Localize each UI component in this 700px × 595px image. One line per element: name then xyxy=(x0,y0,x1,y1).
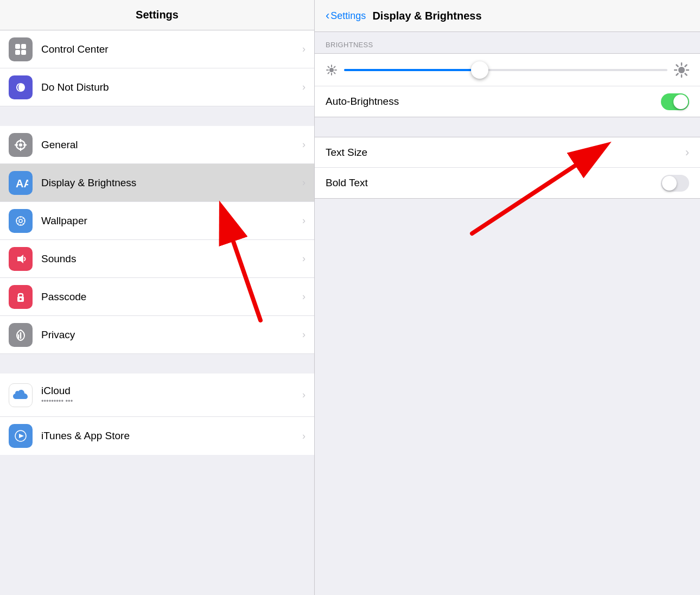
sidebar-item-privacy[interactable]: Privacy › xyxy=(0,316,314,354)
bold-text-toggle[interactable] xyxy=(661,175,689,192)
settings-list: Control Center › Do Not Disturb › xyxy=(0,30,314,595)
back-button[interactable]: ‹ Settings xyxy=(326,9,366,23)
svg-line-17 xyxy=(18,218,19,219)
sidebar-item-itunes[interactable]: iTunes & App Store › xyxy=(0,417,314,455)
sounds-icon xyxy=(9,247,33,271)
right-panel: ‹ Settings Display & Brightness BRIGHTNE… xyxy=(315,0,700,595)
sidebar-item-sounds[interactable]: Sounds › xyxy=(0,240,314,278)
text-group: Text Size › Bold Text xyxy=(315,137,700,199)
right-content: BRIGHTNESS xyxy=(315,32,700,595)
bold-text-label: Bold Text xyxy=(326,177,661,189)
passcode-label: Passcode xyxy=(41,291,298,303)
svg-line-34 xyxy=(328,72,329,73)
auto-brightness-label: Auto-Brightness xyxy=(326,96,661,107)
auto-brightness-item[interactable]: Auto-Brightness xyxy=(315,86,700,117)
itunes-icon xyxy=(9,424,33,448)
svg-line-41 xyxy=(677,65,678,66)
dnd-label: Do Not Disturb xyxy=(41,81,298,93)
svg-rect-0 xyxy=(15,44,20,49)
privacy-chevron: › xyxy=(302,329,306,340)
brightness-low-icon xyxy=(326,64,338,76)
svg-point-11 xyxy=(16,217,25,225)
itunes-label: iTunes & App Store xyxy=(41,430,298,442)
svg-rect-2 xyxy=(15,50,20,55)
dnd-chevron: › xyxy=(302,81,306,93)
sidebar-item-dnd[interactable]: Do Not Disturb › xyxy=(0,68,314,106)
right-header: ‹ Settings Display & Brightness xyxy=(315,0,700,32)
control-center-chevron: › xyxy=(302,43,306,55)
svg-rect-1 xyxy=(21,44,26,49)
bold-text-toggle-thumb xyxy=(662,176,677,191)
display-icon: AA xyxy=(9,171,33,195)
auto-brightness-toggle-thumb xyxy=(673,94,688,109)
sidebar-item-control-center[interactable]: Control Center › xyxy=(0,30,314,68)
svg-line-43 xyxy=(677,73,678,75)
svg-point-5 xyxy=(19,143,22,147)
back-chevron-icon: ‹ xyxy=(326,9,329,23)
general-icon xyxy=(9,133,33,157)
control-center-icon xyxy=(9,37,33,61)
sidebar-item-general[interactable]: General › xyxy=(0,126,314,164)
display-label: Display & Brightness xyxy=(41,177,298,189)
text-size-label: Text Size xyxy=(326,147,681,159)
bold-text-item[interactable]: Bold Text xyxy=(315,168,700,198)
right-panel-title: Display & Brightness xyxy=(372,10,481,22)
right-section-gap xyxy=(315,117,700,137)
svg-point-36 xyxy=(678,67,685,73)
section-gap-1 xyxy=(0,106,314,126)
wallpaper-icon xyxy=(9,209,33,233)
wallpaper-label: Wallpaper xyxy=(41,215,298,227)
sounds-label: Sounds xyxy=(41,253,298,265)
general-chevron: › xyxy=(302,139,306,150)
icloud-icon xyxy=(9,383,33,407)
sidebar-item-passcode[interactable]: Passcode › xyxy=(0,278,314,316)
svg-line-18 xyxy=(23,223,24,224)
auto-brightness-toggle[interactable] xyxy=(661,93,689,110)
svg-line-42 xyxy=(685,73,687,75)
brightness-slider-fill xyxy=(344,69,480,71)
passcode-chevron: › xyxy=(302,291,306,302)
section-gap-2 xyxy=(0,354,314,374)
icloud-label: iCloud xyxy=(41,385,71,396)
brightness-slider-track[interactable] xyxy=(344,69,667,71)
left-panel-title: Settings xyxy=(136,9,179,21)
svg-text:AA: AA xyxy=(16,178,28,189)
brightness-group: Auto-Brightness xyxy=(315,53,700,117)
display-chevron: › xyxy=(302,177,306,188)
text-size-item[interactable]: Text Size › xyxy=(315,137,700,168)
privacy-icon xyxy=(9,323,33,347)
svg-line-35 xyxy=(334,66,335,67)
left-panel: Settings Control Center › xyxy=(0,0,315,595)
left-header: Settings xyxy=(0,0,314,30)
icloud-sublabel: ••••••••• ••• xyxy=(41,397,298,405)
control-center-label: Control Center xyxy=(41,43,298,55)
brightness-section-label: BRIGHTNESS xyxy=(315,32,700,53)
wallpaper-chevron: › xyxy=(302,215,306,226)
back-label: Settings xyxy=(330,10,366,22)
text-size-chevron: › xyxy=(685,145,689,160)
svg-line-33 xyxy=(334,72,335,73)
brightness-high-icon xyxy=(674,62,689,78)
svg-line-44 xyxy=(685,65,687,66)
passcode-icon xyxy=(9,285,33,309)
svg-point-23 xyxy=(20,298,22,300)
dnd-icon xyxy=(9,75,33,99)
sidebar-item-display[interactable]: AA Display & Brightness › xyxy=(0,164,314,202)
sidebar-item-wallpaper[interactable]: Wallpaper › xyxy=(0,202,314,240)
sidebar-item-icloud[interactable]: iCloud ••••••••• ••• › xyxy=(0,374,314,417)
svg-line-32 xyxy=(328,66,329,67)
general-label: General xyxy=(41,139,298,151)
icloud-chevron: › xyxy=(302,389,306,401)
brightness-slider-thumb[interactable] xyxy=(471,61,488,79)
svg-marker-21 xyxy=(17,255,23,263)
svg-point-27 xyxy=(329,68,334,72)
svg-point-12 xyxy=(19,219,22,223)
sounds-chevron: › xyxy=(302,253,306,264)
brightness-slider-row[interactable] xyxy=(315,54,700,86)
svg-line-20 xyxy=(23,218,24,219)
privacy-label: Privacy xyxy=(41,329,298,341)
svg-line-19 xyxy=(18,223,19,224)
itunes-chevron: › xyxy=(302,431,306,442)
svg-rect-3 xyxy=(21,50,26,55)
